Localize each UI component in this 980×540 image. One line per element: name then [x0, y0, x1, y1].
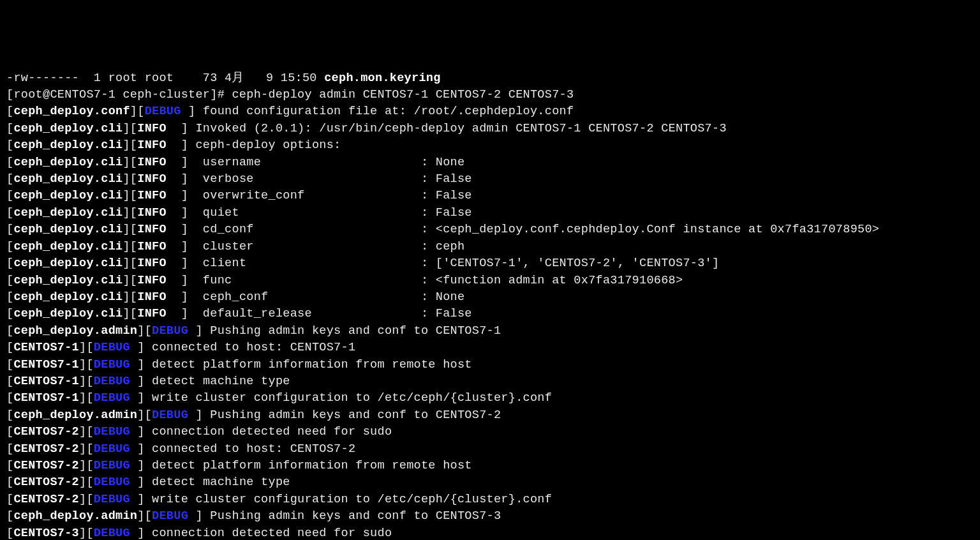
terminal-segment: ] Pushing admin keys and conf to CENTOS7… — [188, 409, 501, 422]
terminal-line: [ceph_deploy.admin][DEBUG ] Pushing admi… — [6, 323, 974, 340]
terminal-segment: CENTOS7-2 — [13, 442, 79, 456]
terminal-segment: ] cluster : ceph — [167, 240, 464, 253]
terminal-segment: ceph_deploy.cli — [13, 257, 122, 270]
terminal-segment: [ — [6, 391, 13, 405]
terminal-segment: [ — [6, 307, 13, 320]
terminal-segment: [ — [6, 105, 13, 118]
terminal-line: [CENTOS7-2][DEBUG ] detect platform info… — [6, 458, 974, 474]
terminal-segment: [ — [6, 122, 13, 135]
terminal-line: [CENTOS7-1][DEBUG ] detect machine type — [6, 373, 974, 390]
terminal-segment: [ — [6, 189, 13, 202]
terminal-segment: ][ — [122, 172, 137, 186]
terminal-segment: ][ — [122, 274, 137, 287]
terminal-segment: [ — [6, 493, 13, 506]
terminal-segment: ceph_deploy.cli — [13, 206, 122, 220]
terminal-segment: CENTOS7-1 — [13, 391, 79, 405]
terminal-segment: ][ — [122, 122, 137, 135]
terminal-segment: ][ — [137, 324, 152, 338]
terminal-segment: CENTOS7-2 — [13, 493, 79, 506]
terminal-segment: ] overwrite_conf : False — [167, 189, 472, 202]
terminal-segment: CENTOS7-1 — [13, 341, 79, 354]
terminal-segment: DEBUG — [94, 425, 130, 439]
terminal-segment: DEBUG — [94, 391, 130, 405]
terminal-line: [ceph_deploy.cli][INFO ] client : ['CENT… — [6, 255, 974, 272]
terminal-segment: INFO — [137, 223, 167, 236]
terminal-segment: ][ — [79, 476, 94, 489]
terminal-segment: [ — [6, 172, 13, 186]
terminal-line: [ceph_deploy.cli][INFO ] overwrite_conf … — [6, 188, 974, 204]
terminal-line: [ceph_deploy.admin][DEBUG ] Pushing admi… — [6, 508, 974, 525]
terminal-segment: [ — [6, 459, 13, 472]
terminal-segment: DEBUG — [94, 493, 130, 506]
terminal-line: [CENTOS7-2][DEBUG ] write cluster config… — [6, 491, 974, 508]
terminal-segment: ][ — [79, 459, 94, 472]
terminal-segment: [ — [6, 274, 13, 287]
terminal-segment: ][ — [79, 341, 94, 354]
terminal-segment: ][ — [122, 257, 137, 270]
terminal-segment: [ — [6, 425, 13, 439]
terminal-segment: [ — [6, 206, 13, 220]
terminal-segment: ] Pushing admin keys and conf to CENTOS7… — [188, 324, 501, 338]
terminal-line: -rw------- 1 root root 73 4月 9 15:50 cep… — [6, 70, 974, 87]
terminal-segment: DEBUG — [152, 324, 188, 338]
terminal-line: [ceph_deploy.cli][INFO ] username : None — [6, 154, 974, 171]
terminal-segment: CENTOS7-1 — [13, 358, 79, 371]
terminal-segment: DEBUG — [94, 459, 130, 472]
terminal-segment: ][ — [122, 156, 137, 169]
terminal-segment: CENTOS7-2 — [13, 459, 79, 472]
terminal-segment: DEBUG — [152, 409, 188, 422]
terminal-segment: ] write cluster configuration to /etc/ce… — [130, 391, 552, 405]
terminal-segment: INFO — [137, 189, 167, 202]
terminal-segment: ] detect machine type — [130, 476, 290, 489]
terminal-segment: ][ — [122, 139, 137, 152]
terminal-line: [ceph_deploy.cli][INFO ] Invoked (2.0.1)… — [6, 121, 974, 137]
terminal-segment: DEBUG — [94, 358, 130, 371]
terminal-segment: ][ — [137, 409, 152, 422]
terminal-line: [CENTOS7-1][DEBUG ] write cluster config… — [6, 390, 974, 407]
terminal-line: [ceph_deploy.cli][INFO ] ceph_conf : Non… — [6, 289, 974, 306]
terminal-segment: INFO — [137, 307, 167, 320]
terminal-segment: [ — [6, 509, 13, 523]
terminal-segment: [ — [6, 290, 13, 304]
terminal-segment: INFO — [137, 290, 167, 304]
terminal-segment: [ — [6, 527, 13, 540]
terminal-segment: INFO — [137, 172, 167, 186]
terminal-segment: ][ — [137, 509, 152, 523]
terminal-line: [ceph_deploy.cli][INFO ] cd_conf : <ceph… — [6, 221, 974, 238]
terminal-segment: [ — [6, 442, 13, 456]
terminal-segment: [ — [6, 223, 13, 236]
terminal-segment: ceph_deploy.cli — [13, 156, 122, 169]
terminal-segment: ceph_deploy.admin — [13, 324, 137, 338]
terminal-line: [CENTOS7-2][DEBUG ] connection detected … — [6, 424, 974, 440]
terminal-segment: ][ — [79, 425, 94, 439]
terminal-segment: ][ — [122, 206, 137, 220]
terminal-segment: INFO — [137, 257, 167, 270]
terminal-line: [ceph_deploy.cli][INFO ] ceph-deploy opt… — [6, 137, 974, 154]
terminal-segment: DEBUG — [94, 527, 130, 540]
terminal-line: [ceph_deploy.cli][INFO ] cluster : ceph — [6, 239, 974, 255]
terminal-segment: [ — [6, 375, 13, 388]
terminal-line: [CENTOS7-2][DEBUG ] detect machine type — [6, 474, 974, 491]
terminal-segment: [ — [6, 358, 13, 371]
terminal-segment: ][ — [79, 442, 94, 456]
terminal-segment: [ — [6, 324, 13, 338]
terminal-line: [ceph_deploy.cli][INFO ] default_release… — [6, 306, 974, 322]
terminal-segment: ][ — [130, 105, 145, 118]
terminal-segment: ] ceph_conf : None — [167, 290, 464, 304]
terminal-segment: ] default_release : False — [167, 307, 472, 320]
terminal-segment: [ — [6, 476, 13, 489]
terminal-segment: CENTOS7-1 — [13, 375, 79, 388]
terminal-segment: ] username : None — [167, 156, 464, 169]
terminal-segment: ceph_deploy.cli — [13, 290, 122, 304]
terminal-segment: ] connection detected need for sudo — [130, 527, 392, 540]
terminal-segment: ] func : <function admin at 0x7fa3179106… — [167, 274, 683, 287]
terminal-segment: DEBUG — [94, 375, 130, 388]
terminal-segment: DEBUG — [94, 476, 130, 489]
terminal-segment: ceph_deploy.conf — [13, 105, 130, 118]
terminal-output[interactable]: -rw------- 1 root root 73 4月 9 15:50 cep… — [6, 70, 974, 540]
terminal-segment: ceph_deploy.cli — [13, 307, 122, 320]
terminal-segment: ] connection detected need for sudo — [130, 425, 392, 439]
terminal-segment: INFO — [137, 206, 167, 220]
terminal-segment: ceph_deploy.cli — [13, 189, 122, 202]
terminal-segment: ceph_deploy.admin — [13, 509, 137, 523]
